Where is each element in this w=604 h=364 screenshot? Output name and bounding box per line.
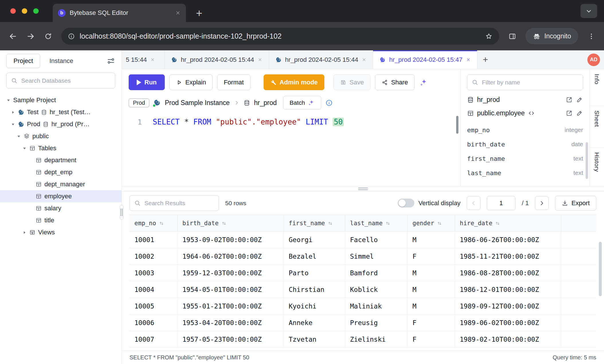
tab-project[interactable]: Project — [6, 54, 40, 68]
address-bar[interactable]: localhost:8080/sql-editor/prod-sample-in… — [61, 28, 499, 45]
next-page-button[interactable] — [535, 196, 549, 210]
sort-icon[interactable] — [221, 221, 227, 226]
sql-editor[interactable]: 1 SELECT * FROM "public"."employee" LIMI… — [122, 114, 460, 186]
incognito-badge[interactable]: Incognito — [525, 28, 578, 44]
browser-menu-button[interactable] — [587, 32, 595, 40]
column-row[interactable]: last_name text — [467, 166, 583, 180]
prev-page-button[interactable] — [467, 196, 481, 210]
column-header-birth-date[interactable]: birth_date — [177, 215, 284, 232]
reload-button[interactable] — [44, 32, 52, 40]
batch-button[interactable]: Batch — [283, 96, 321, 110]
editor-scrollbar[interactable] — [456, 116, 458, 134]
save-button[interactable]: Save — [334, 74, 370, 90]
column-row[interactable]: first_name text — [467, 151, 583, 166]
chevron-collapsed-icon[interactable] — [22, 230, 27, 235]
tree-item-sample-project[interactable]: Sample Project — [0, 94, 121, 106]
open-database-button[interactable] — [566, 96, 573, 103]
ai-sparkle-icon[interactable] — [419, 78, 428, 87]
tree-item-table-department[interactable]: department — [0, 154, 121, 166]
rail-tab-info[interactable]: Info — [590, 69, 604, 106]
tree-item-table-dept-manager[interactable]: dept_manager — [0, 178, 121, 190]
database-search[interactable] — [6, 73, 115, 88]
explain-button[interactable]: Explain — [169, 74, 213, 90]
view-table-ddl-button[interactable] — [528, 110, 535, 117]
tree-item-table-title[interactable]: title — [0, 214, 121, 226]
side-panel-button[interactable] — [508, 32, 516, 40]
rail-tab-history[interactable]: History — [590, 148, 604, 186]
schema-filter[interactable] — [467, 74, 583, 90]
tree-item-tables[interactable]: Tables — [0, 142, 121, 154]
schema-panel-scrollbar[interactable] — [586, 142, 588, 179]
results-search-input[interactable] — [144, 200, 214, 207]
tree-item-table-dept-emp[interactable]: dept_emp — [0, 166, 121, 178]
sort-icon[interactable] — [159, 221, 164, 226]
chevron-expanded-icon[interactable] — [17, 134, 21, 139]
back-button[interactable] — [9, 32, 17, 41]
database-name[interactable]: hr_prod — [254, 99, 277, 107]
user-avatar[interactable]: AD — [587, 54, 600, 66]
tab-close-icon[interactable] — [362, 57, 366, 62]
column-header-hire-date[interactable]: hire_date — [455, 215, 561, 232]
column-row[interactable]: emp_no integer — [467, 123, 583, 137]
tab-close-icon[interactable] — [175, 10, 181, 16]
column-row[interactable]: birth_date date — [467, 137, 583, 151]
instance-name[interactable]: Prod Sample Instance — [165, 99, 230, 107]
results-search[interactable] — [130, 195, 219, 211]
share-button[interactable]: Share — [375, 74, 415, 90]
tree-item-table-salary[interactable]: salary — [0, 202, 121, 214]
filter-settings-icon[interactable] — [107, 57, 115, 65]
open-table-button[interactable] — [566, 110, 573, 117]
export-button[interactable]: Export — [555, 196, 596, 211]
tree-item-views[interactable]: Views — [0, 226, 121, 238]
schema-filter-input[interactable] — [482, 79, 578, 86]
column-header-gender[interactable]: gender — [407, 215, 455, 232]
rail-tab-sheet[interactable]: Sheet — [590, 106, 604, 148]
column-header-first-name[interactable]: first_name — [284, 215, 345, 232]
tree-item-prod-env[interactable]: Prod hr_prod (Pr… — [0, 118, 121, 130]
edit-table-button[interactable] — [576, 110, 583, 117]
table-row[interactable]: 100071957-05-23T00:00:00ZTzvetanZielinsk… — [130, 331, 596, 348]
maximize-window-button[interactable] — [33, 8, 39, 14]
schema-table-row[interactable]: public.employee — [467, 109, 583, 117]
sort-icon[interactable] — [328, 221, 333, 226]
sheet-tab-0[interactable]: 5 15:44 — [122, 50, 165, 69]
page-number-input[interactable] — [487, 196, 515, 210]
new-browser-tab-button[interactable]: + — [196, 7, 202, 20]
tab-close-icon[interactable] — [258, 57, 262, 62]
table-row[interactable]: 100011953-09-02T00:00:00ZGeorgiFacelloM1… — [130, 232, 596, 248]
new-sheet-tab-button[interactable]: + — [477, 50, 493, 69]
sheet-tab-1[interactable]: hr_prod 2024-02-05 15:44 — [165, 50, 269, 69]
chevron-expanded-icon[interactable] — [22, 146, 27, 151]
edit-database-button[interactable] — [576, 96, 583, 103]
schema-database-row[interactable]: hr_prod — [467, 96, 583, 104]
tree-item-test-env[interactable]: Test hr_test (Test… — [0, 106, 121, 118]
sidebar-resize-handle[interactable] — [120, 205, 123, 220]
table-row[interactable]: 100041954-05-01T00:00:00ZChirstianKoblic… — [130, 281, 596, 298]
run-button[interactable]: Run — [129, 74, 165, 90]
column-header-last-name[interactable]: last_name — [345, 215, 407, 232]
bookmark-star-icon[interactable] — [485, 32, 493, 40]
tab-instance[interactable]: Instance — [43, 54, 79, 68]
close-window-button[interactable] — [10, 8, 16, 14]
sort-icon[interactable] — [385, 221, 391, 226]
tab-close-icon[interactable] — [150, 57, 155, 62]
table-row[interactable]: 100061953-04-20T00:00:00ZAnnekePreusigF1… — [130, 314, 596, 331]
forward-button[interactable] — [26, 32, 35, 41]
format-button[interactable]: Format — [217, 74, 250, 90]
table-row[interactable]: 100051955-01-21T00:00:00ZKyoichiMaliniak… — [130, 298, 596, 314]
sheet-tab-3-active[interactable]: hr_prod 2024-02-05 15:47 — [373, 50, 477, 69]
tab-search-chevron-button[interactable] — [581, 4, 597, 18]
table-row[interactable]: 100031959-12-03T00:00:00ZPartoBamfordM19… — [130, 265, 596, 281]
sort-icon[interactable] — [437, 221, 442, 226]
sheet-tab-2[interactable]: hr_prod 2024-02-05 15:44 — [269, 50, 373, 69]
sort-icon[interactable] — [495, 221, 501, 226]
horizontal-splitter[interactable] — [122, 186, 604, 191]
chevron-collapsed-icon[interactable] — [11, 110, 15, 114]
table-row[interactable]: 100021964-06-02T00:00:00ZBezalelSimmelF1… — [130, 248, 596, 265]
minimize-window-button[interactable] — [22, 8, 27, 14]
vertical-display-toggle[interactable] — [398, 199, 414, 207]
database-search-input[interactable] — [21, 77, 111, 84]
tree-item-table-employee[interactable]: employee — [0, 190, 121, 202]
column-header-emp-no[interactable]: emp_no — [130, 215, 177, 232]
admin-mode-button[interactable]: Admin mode — [264, 74, 324, 90]
